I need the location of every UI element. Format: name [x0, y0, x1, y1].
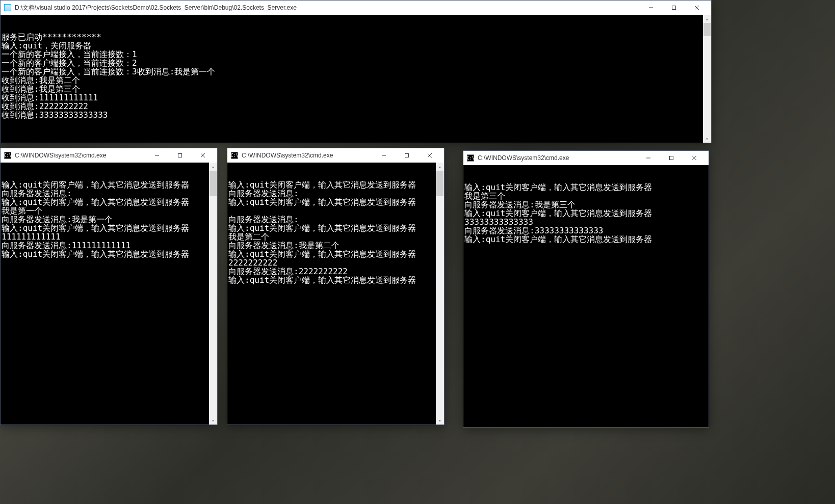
maximize-icon	[669, 155, 674, 161]
console-line: 收到消息:2222222222	[2, 102, 710, 111]
console-line	[228, 206, 443, 215]
client2-window: C:\ C:\WINDOWS\system32\cmd.exe 输入:quit关…	[227, 148, 445, 425]
server-console-output[interactable]: 服务已启动************输入:quit，关闭服务器一个新的客户端接入，…	[1, 15, 711, 143]
console-line: 我是第一个	[2, 206, 216, 215]
console-line: 向服务器发送消息:我是第三个	[464, 200, 708, 209]
console-line: 输入:quit关闭客户端，输入其它消息发送到服务器	[228, 198, 443, 206]
minimize-icon	[154, 153, 160, 158]
console-line: 向服务器发送消息:我是第一个	[2, 215, 216, 224]
window-controls	[372, 149, 441, 162]
scroll-thumb[interactable]	[436, 171, 443, 196]
client1-window: C:\ C:\WINDOWS\system32\cmd.exe 输入:quit关…	[0, 148, 218, 425]
close-button[interactable]	[191, 149, 214, 162]
client1-console-output[interactable]: 输入:quit关闭客户端，输入其它消息发送到服务器向服务器发送消息:输入:qui…	[1, 163, 217, 425]
minimize-button[interactable]	[372, 149, 395, 162]
console-line: 一个新的客户端接入，当前连接数：3收到消息:我是第一个	[2, 67, 710, 76]
scroll-down-icon[interactable]: ▾	[703, 135, 711, 143]
client3-window: C:\ C:\WINDOWS\system32\cmd.exe 输入:quit关…	[463, 150, 709, 428]
console-line: 向服务器发送消息:2222222222	[228, 267, 443, 276]
window-controls	[637, 151, 706, 165]
console-line: 输入:quit关闭客户端，输入其它消息发送到服务器	[2, 198, 216, 206]
close-icon	[427, 153, 432, 158]
console-line: 输入:quit关闭客户端，输入其它消息发送到服务器	[228, 180, 443, 189]
window-title: C:\WINDOWS\system32\cmd.exe	[478, 154, 637, 162]
scroll-thumb[interactable]	[703, 23, 711, 36]
minimize-button[interactable]	[637, 151, 660, 165]
scroll-up-icon[interactable]: ▴	[209, 163, 217, 171]
scroll-up-icon[interactable]: ▴	[703, 15, 711, 23]
cmd-icon: C:\	[4, 151, 12, 160]
window-controls	[145, 149, 214, 162]
console-line: 收到消息:111111111111	[2, 93, 710, 102]
exe-icon	[4, 4, 12, 12]
scrollbar[interactable]: ▴ ▾	[436, 163, 444, 425]
window-title: C:\WINDOWS\system32\cmd.exe	[15, 152, 145, 159]
svg-rect-5	[178, 154, 181, 157]
maximize-button[interactable]	[395, 149, 418, 162]
console-line: 一个新的客户端接入，当前连接数：2	[2, 59, 710, 67]
close-icon	[692, 155, 697, 161]
console-line: 输入:quit关闭客户端，输入其它消息发送到服务器	[228, 276, 443, 284]
console-line: 输入:quit关闭客户端，输入其它消息发送到服务器	[464, 209, 708, 218]
console-line: 收到消息:33333333333333	[2, 111, 710, 119]
svg-rect-1	[672, 6, 675, 10]
client1-titlebar[interactable]: C:\ C:\WINDOWS\system32\cmd.exe	[1, 148, 217, 163]
client2-console-output[interactable]: 输入:quit关闭客户端，输入其它消息发送到服务器向服务器发送消息:输入:qui…	[227, 163, 444, 425]
maximize-icon	[404, 153, 409, 158]
svg-rect-13	[669, 156, 673, 160]
console-line: 收到消息:我是第三个	[2, 85, 710, 93]
console-line: 输入:quit关闭客户端，输入其它消息发送到服务器	[2, 180, 216, 189]
maximize-button[interactable]	[662, 1, 685, 14]
close-icon	[694, 5, 699, 10]
console-line: 111111111111	[2, 232, 216, 241]
scroll-down-icon[interactable]: ▾	[436, 416, 444, 425]
scroll-down-icon[interactable]: ▾	[209, 416, 217, 425]
window-title: D:\文档\visual studio 2017\Projects\Socket…	[15, 4, 639, 12]
window-title: C:\WINDOWS\system32\cmd.exe	[242, 152, 372, 159]
minimize-icon	[381, 153, 386, 158]
minimize-icon	[648, 5, 654, 10]
client3-console-output[interactable]: 输入:quit关闭客户端，输入其它消息发送到服务器我是第三个向服务器发送消息:我…	[463, 165, 709, 427]
minimize-button[interactable]	[639, 1, 662, 14]
console-line: 输入:quit关闭客户端，输入其它消息发送到服务器	[2, 224, 216, 232]
console-line: 向服务器发送消息:33333333333333	[464, 226, 708, 235]
console-line: 输入:quit关闭客户端，输入其它消息发送到服务器	[2, 250, 216, 258]
scrollbar[interactable]: ▴ ▾	[209, 163, 217, 425]
scroll-up-icon[interactable]: ▴	[436, 163, 444, 171]
svg-rect-9	[405, 154, 408, 157]
console-line: 向服务器发送消息:我是第二个	[228, 241, 443, 250]
maximize-icon	[177, 153, 182, 158]
console-line: 向服务器发送消息:111111111111	[2, 241, 216, 250]
console-line: 收到消息:我是第二个	[2, 76, 710, 85]
maximize-button[interactable]	[168, 149, 191, 162]
maximize-icon	[671, 5, 676, 10]
console-line: 我是第二个	[228, 232, 443, 241]
maximize-button[interactable]	[660, 151, 683, 165]
scrollbar[interactable]: ▴ ▾	[703, 15, 711, 143]
console-line: 一个新的客户端接入，当前连接数：1	[2, 50, 710, 59]
close-button[interactable]	[685, 1, 708, 14]
client2-titlebar[interactable]: C:\ C:\WINDOWS\system32\cmd.exe	[227, 148, 444, 163]
close-button[interactable]	[683, 151, 706, 165]
cmd-icon: C:\	[466, 154, 475, 162]
close-icon	[200, 153, 205, 158]
console-line: 2222222222	[228, 258, 443, 267]
console-line: 服务已启动************	[2, 33, 710, 41]
window-controls	[639, 1, 708, 14]
console-line: 输入:quit关闭客户端，输入其它消息发送到服务器	[464, 235, 708, 244]
server-titlebar[interactable]: D:\文档\visual studio 2017\Projects\Socket…	[1, 1, 711, 15]
minimize-icon	[646, 155, 651, 161]
minimize-button[interactable]	[145, 149, 168, 162]
console-line: 输入:quit，关闭服务器	[2, 41, 710, 50]
console-line: 我是第三个	[464, 192, 708, 200]
console-line: 33333333333333	[464, 218, 708, 226]
close-button[interactable]	[418, 149, 441, 162]
console-line: 输入:quit关闭客户端，输入其它消息发送到服务器	[228, 250, 443, 258]
server-window: D:\文档\visual studio 2017\Projects\Socket…	[0, 0, 712, 143]
cmd-icon: C:\	[230, 151, 239, 160]
console-line: 向服务器发送消息:	[2, 189, 216, 198]
console-line: 向服务器发送消息:	[228, 189, 443, 198]
console-line: 向服务器发送消息:	[228, 215, 443, 224]
scroll-thumb[interactable]	[210, 171, 217, 196]
client3-titlebar[interactable]: C:\ C:\WINDOWS\system32\cmd.exe	[463, 151, 709, 165]
